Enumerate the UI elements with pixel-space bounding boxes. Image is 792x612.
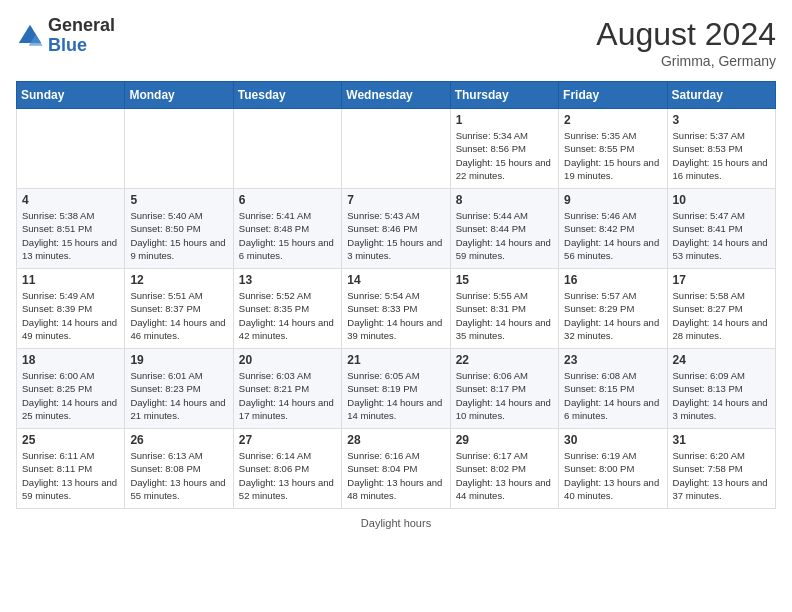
calendar-cell: 30Sunrise: 6:19 AM Sunset: 8:00 PM Dayli… (559, 429, 667, 509)
day-info: Sunrise: 5:52 AM Sunset: 8:35 PM Dayligh… (239, 289, 336, 342)
calendar-week-1: 1Sunrise: 5:34 AM Sunset: 8:56 PM Daylig… (17, 109, 776, 189)
day-info: Sunrise: 5:35 AM Sunset: 8:55 PM Dayligh… (564, 129, 661, 182)
day-info: Sunrise: 5:58 AM Sunset: 8:27 PM Dayligh… (673, 289, 770, 342)
day-number: 12 (130, 273, 227, 287)
calendar-cell: 7Sunrise: 5:43 AM Sunset: 8:46 PM Daylig… (342, 189, 450, 269)
day-number: 3 (673, 113, 770, 127)
day-info: Sunrise: 5:57 AM Sunset: 8:29 PM Dayligh… (564, 289, 661, 342)
day-info: Sunrise: 6:00 AM Sunset: 8:25 PM Dayligh… (22, 369, 119, 422)
calendar-cell: 21Sunrise: 6:05 AM Sunset: 8:19 PM Dayli… (342, 349, 450, 429)
day-number: 25 (22, 433, 119, 447)
day-info: Sunrise: 6:17 AM Sunset: 8:02 PM Dayligh… (456, 449, 553, 502)
day-info: Sunrise: 5:38 AM Sunset: 8:51 PM Dayligh… (22, 209, 119, 262)
calendar-cell: 8Sunrise: 5:44 AM Sunset: 8:44 PM Daylig… (450, 189, 558, 269)
calendar-cell: 14Sunrise: 5:54 AM Sunset: 8:33 PM Dayli… (342, 269, 450, 349)
day-number: 23 (564, 353, 661, 367)
calendar-cell: 4Sunrise: 5:38 AM Sunset: 8:51 PM Daylig… (17, 189, 125, 269)
day-info: Sunrise: 5:49 AM Sunset: 8:39 PM Dayligh… (22, 289, 119, 342)
footer-note: Daylight hours (16, 517, 776, 529)
day-info: Sunrise: 5:47 AM Sunset: 8:41 PM Dayligh… (673, 209, 770, 262)
calendar-cell (125, 109, 233, 189)
logo-blue-text: Blue (48, 35, 87, 55)
day-info: Sunrise: 5:54 AM Sunset: 8:33 PM Dayligh… (347, 289, 444, 342)
calendar-cell: 19Sunrise: 6:01 AM Sunset: 8:23 PM Dayli… (125, 349, 233, 429)
day-info: Sunrise: 5:43 AM Sunset: 8:46 PM Dayligh… (347, 209, 444, 262)
day-info: Sunrise: 6:03 AM Sunset: 8:21 PM Dayligh… (239, 369, 336, 422)
calendar-cell (233, 109, 341, 189)
day-number: 13 (239, 273, 336, 287)
day-number: 17 (673, 273, 770, 287)
day-number: 20 (239, 353, 336, 367)
col-tuesday: Tuesday (233, 82, 341, 109)
day-info: Sunrise: 6:16 AM Sunset: 8:04 PM Dayligh… (347, 449, 444, 502)
calendar-week-2: 4Sunrise: 5:38 AM Sunset: 8:51 PM Daylig… (17, 189, 776, 269)
day-number: 16 (564, 273, 661, 287)
day-number: 6 (239, 193, 336, 207)
day-info: Sunrise: 5:40 AM Sunset: 8:50 PM Dayligh… (130, 209, 227, 262)
calendar-cell: 31Sunrise: 6:20 AM Sunset: 7:58 PM Dayli… (667, 429, 775, 509)
day-number: 27 (239, 433, 336, 447)
calendar-cell: 1Sunrise: 5:34 AM Sunset: 8:56 PM Daylig… (450, 109, 558, 189)
day-info: Sunrise: 5:46 AM Sunset: 8:42 PM Dayligh… (564, 209, 661, 262)
calendar-cell: 29Sunrise: 6:17 AM Sunset: 8:02 PM Dayli… (450, 429, 558, 509)
calendar-week-3: 11Sunrise: 5:49 AM Sunset: 8:39 PM Dayli… (17, 269, 776, 349)
day-info: Sunrise: 6:19 AM Sunset: 8:00 PM Dayligh… (564, 449, 661, 502)
calendar-cell: 12Sunrise: 5:51 AM Sunset: 8:37 PM Dayli… (125, 269, 233, 349)
logo-general-text: General (48, 15, 115, 35)
day-info: Sunrise: 5:44 AM Sunset: 8:44 PM Dayligh… (456, 209, 553, 262)
day-number: 19 (130, 353, 227, 367)
day-number: 14 (347, 273, 444, 287)
day-info: Sunrise: 5:37 AM Sunset: 8:53 PM Dayligh… (673, 129, 770, 182)
calendar-cell: 20Sunrise: 6:03 AM Sunset: 8:21 PM Dayli… (233, 349, 341, 429)
day-number: 31 (673, 433, 770, 447)
col-monday: Monday (125, 82, 233, 109)
day-info: Sunrise: 6:20 AM Sunset: 7:58 PM Dayligh… (673, 449, 770, 502)
day-number: 15 (456, 273, 553, 287)
calendar-cell: 13Sunrise: 5:52 AM Sunset: 8:35 PM Dayli… (233, 269, 341, 349)
calendar-cell: 26Sunrise: 6:13 AM Sunset: 8:08 PM Dayli… (125, 429, 233, 509)
calendar-cell: 25Sunrise: 6:11 AM Sunset: 8:11 PM Dayli… (17, 429, 125, 509)
day-info: Sunrise: 6:01 AM Sunset: 8:23 PM Dayligh… (130, 369, 227, 422)
location: Grimma, Germany (596, 53, 776, 69)
calendar-cell: 11Sunrise: 5:49 AM Sunset: 8:39 PM Dayli… (17, 269, 125, 349)
day-number: 22 (456, 353, 553, 367)
day-info: Sunrise: 5:34 AM Sunset: 8:56 PM Dayligh… (456, 129, 553, 182)
calendar-cell: 24Sunrise: 6:09 AM Sunset: 8:13 PM Dayli… (667, 349, 775, 429)
calendar-cell: 5Sunrise: 5:40 AM Sunset: 8:50 PM Daylig… (125, 189, 233, 269)
day-info: Sunrise: 6:09 AM Sunset: 8:13 PM Dayligh… (673, 369, 770, 422)
day-info: Sunrise: 6:13 AM Sunset: 8:08 PM Dayligh… (130, 449, 227, 502)
col-sunday: Sunday (17, 82, 125, 109)
calendar-cell: 28Sunrise: 6:16 AM Sunset: 8:04 PM Dayli… (342, 429, 450, 509)
logo: General Blue (16, 16, 115, 56)
day-number: 2 (564, 113, 661, 127)
calendar-cell: 27Sunrise: 6:14 AM Sunset: 8:06 PM Dayli… (233, 429, 341, 509)
day-info: Sunrise: 6:06 AM Sunset: 8:17 PM Dayligh… (456, 369, 553, 422)
day-info: Sunrise: 6:08 AM Sunset: 8:15 PM Dayligh… (564, 369, 661, 422)
calendar-cell: 9Sunrise: 5:46 AM Sunset: 8:42 PM Daylig… (559, 189, 667, 269)
col-friday: Friday (559, 82, 667, 109)
calendar-cell: 22Sunrise: 6:06 AM Sunset: 8:17 PM Dayli… (450, 349, 558, 429)
day-number: 5 (130, 193, 227, 207)
calendar-body: 1Sunrise: 5:34 AM Sunset: 8:56 PM Daylig… (17, 109, 776, 509)
day-number: 21 (347, 353, 444, 367)
day-number: 26 (130, 433, 227, 447)
day-number: 24 (673, 353, 770, 367)
calendar-cell: 23Sunrise: 6:08 AM Sunset: 8:15 PM Dayli… (559, 349, 667, 429)
calendar-cell: 15Sunrise: 5:55 AM Sunset: 8:31 PM Dayli… (450, 269, 558, 349)
day-number: 18 (22, 353, 119, 367)
calendar-cell: 17Sunrise: 5:58 AM Sunset: 8:27 PM Dayli… (667, 269, 775, 349)
day-info: Sunrise: 5:41 AM Sunset: 8:48 PM Dayligh… (239, 209, 336, 262)
day-number: 30 (564, 433, 661, 447)
calendar-table: Sunday Monday Tuesday Wednesday Thursday… (16, 81, 776, 509)
calendar-cell: 2Sunrise: 5:35 AM Sunset: 8:55 PM Daylig… (559, 109, 667, 189)
day-number: 29 (456, 433, 553, 447)
day-number: 28 (347, 433, 444, 447)
day-number: 4 (22, 193, 119, 207)
logo-icon (16, 22, 44, 50)
day-number: 8 (456, 193, 553, 207)
day-info: Sunrise: 5:55 AM Sunset: 8:31 PM Dayligh… (456, 289, 553, 342)
day-headers-row: Sunday Monday Tuesday Wednesday Thursday… (17, 82, 776, 109)
calendar-cell: 16Sunrise: 5:57 AM Sunset: 8:29 PM Dayli… (559, 269, 667, 349)
day-info: Sunrise: 6:05 AM Sunset: 8:19 PM Dayligh… (347, 369, 444, 422)
day-number: 10 (673, 193, 770, 207)
